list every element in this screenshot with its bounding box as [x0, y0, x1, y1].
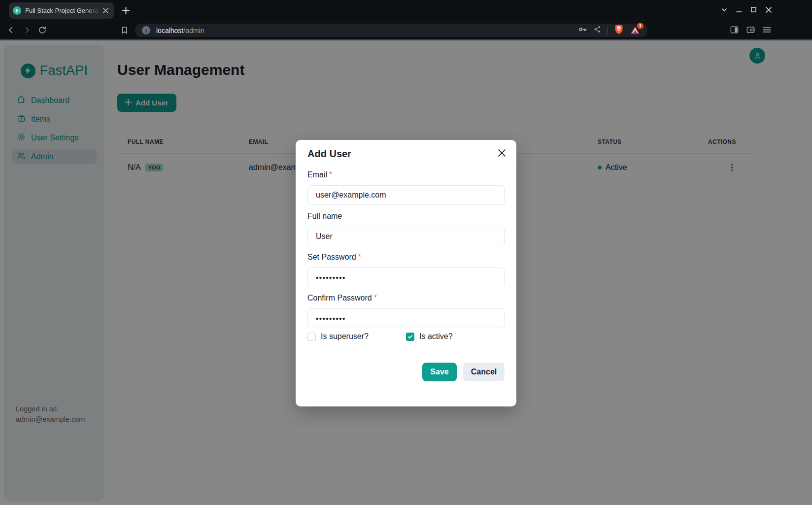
is-active-checkbox[interactable]: Is active? — [406, 332, 453, 341]
brave-rewards-icon[interactable]: 1 — [630, 25, 641, 36]
toolbar-divider — [608, 27, 608, 34]
modal-close-icon[interactable] — [495, 146, 508, 160]
menu-hamburger-icon[interactable] — [762, 25, 772, 36]
window-minimize-button[interactable] — [735, 5, 743, 14]
confirm-password-field[interactable] — [307, 308, 505, 328]
new-tab-button[interactable] — [119, 4, 132, 17]
forward-button[interactable] — [22, 25, 32, 35]
cancel-button[interactable]: Cancel — [463, 363, 505, 381]
tab-close-icon[interactable] — [101, 6, 110, 15]
brave-shield-icon[interactable] — [614, 24, 624, 37]
back-button[interactable] — [6, 25, 16, 35]
full-name-field[interactable] — [307, 227, 505, 246]
is-superuser-checkbox[interactable]: Is superuser? — [307, 332, 406, 341]
share-icon[interactable] — [593, 25, 602, 35]
checkbox-unchecked-icon — [307, 333, 316, 341]
window-close-button[interactable] — [764, 5, 773, 14]
add-user-modal: Add User Email* Full name Set Password* … — [296, 140, 516, 406]
browser-tab[interactable]: Full Stack Project Genera — [9, 2, 114, 19]
save-button[interactable]: Save — [422, 363, 457, 381]
sidebar-panel-icon[interactable] — [730, 25, 739, 36]
confirm-password-label: Confirm Password* — [307, 294, 377, 303]
wallet-icon[interactable] — [746, 25, 755, 36]
email-label: Email* — [307, 170, 332, 179]
required-asterisk: * — [374, 294, 377, 302]
email-field[interactable] — [307, 185, 505, 205]
fastapi-favicon-icon — [13, 6, 21, 15]
rewards-notification-badge: 1 — [637, 23, 643, 29]
window-maximize-button[interactable] — [749, 5, 758, 14]
browser-toolbar: i localhost/admin — [0, 21, 812, 40]
reload-button[interactable] — [37, 25, 47, 35]
checkbox-checked-icon — [406, 333, 414, 341]
required-asterisk: * — [329, 170, 332, 179]
browser-titlebar: Full Stack Project Genera — [0, 0, 812, 21]
modal-title: Add User — [307, 148, 351, 160]
tab-search-chevron-icon[interactable] — [720, 5, 728, 14]
bookmark-icon[interactable] — [119, 25, 129, 35]
address-bar[interactable]: i localhost/admin — [135, 24, 647, 37]
required-asterisk: * — [358, 253, 361, 261]
set-password-field[interactable] — [307, 268, 505, 287]
webpage: FastAPI Dashboard Items User Settings — [0, 40, 812, 505]
set-password-label: Set Password* — [307, 253, 361, 262]
site-info-icon[interactable]: i — [142, 26, 150, 34]
full-name-label: Full name — [307, 212, 342, 221]
tab-title: Full Stack Project Genera — [25, 7, 100, 14]
password-key-icon[interactable] — [578, 25, 587, 36]
url-text: localhost/admin — [156, 27, 204, 34]
